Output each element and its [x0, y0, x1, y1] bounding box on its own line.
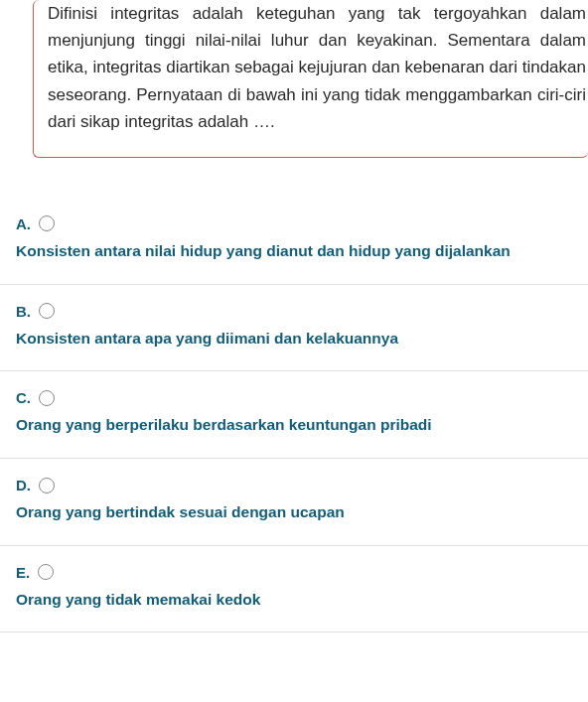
option-letter: E. [16, 564, 30, 581]
option-letter: B. [16, 303, 31, 320]
option-c[interactable]: C. Orang yang berperilaku berdasarkan ke… [0, 371, 588, 459]
option-header: B. [16, 303, 572, 320]
radio-icon[interactable] [39, 390, 55, 406]
option-letter: D. [16, 477, 31, 493]
radio-icon[interactable] [38, 564, 54, 580]
option-header: D. [16, 477, 572, 493]
option-letter: A. [16, 215, 31, 232]
option-text: Orang yang tidak memakai kedok [16, 589, 572, 611]
option-letter: C. [16, 389, 31, 406]
option-b[interactable]: B. Konsisten antara apa yang diimani dan… [0, 285, 588, 372]
option-text: Orang yang berperilaku berdasarkan keunt… [16, 414, 572, 436]
option-header: E. [16, 564, 572, 581]
option-a[interactable]: A. Konsisten antara nilai hidup yang dia… [0, 198, 588, 285]
option-text: Orang yang bertindak sesuai dengan ucapa… [16, 501, 572, 523]
question-text: Difinisi integritas adalah keteguhan yan… [48, 0, 588, 135]
options-list: A. Konsisten antara nilai hidup yang dia… [0, 198, 588, 632]
radio-icon[interactable] [39, 303, 55, 319]
option-header: A. [16, 215, 572, 232]
option-header: C. [16, 389, 572, 406]
radio-icon[interactable] [39, 215, 55, 231]
option-text: Konsisten antara nilai hidup yang dianut… [16, 240, 572, 262]
option-text: Konsisten antara apa yang diimani dan ke… [16, 328, 572, 350]
option-d[interactable]: D. Orang yang bertindak sesuai dengan uc… [0, 459, 588, 546]
question-box: Difinisi integritas adalah keteguhan yan… [33, 0, 588, 158]
option-e[interactable]: E. Orang yang tidak memakai kedok [0, 546, 588, 633]
radio-icon[interactable] [39, 478, 55, 493]
